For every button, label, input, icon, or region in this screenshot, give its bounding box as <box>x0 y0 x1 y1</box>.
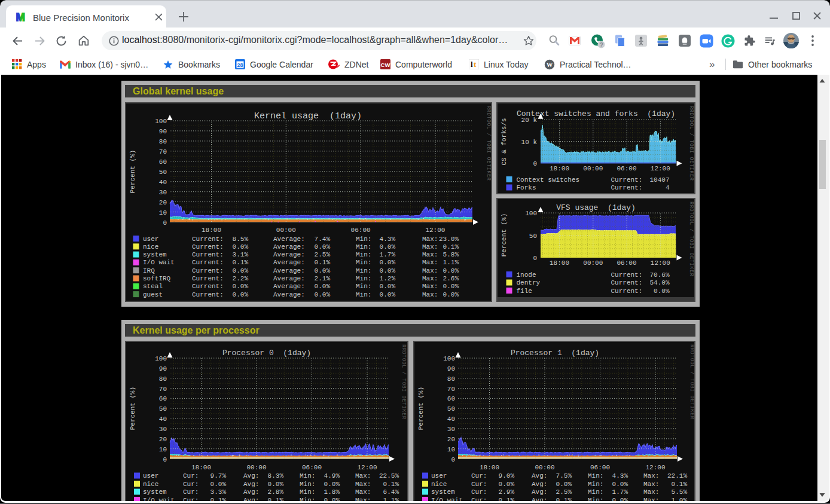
svg-text:Average:: Average: <box>273 267 305 274</box>
svg-text:Max:: Max: <box>355 472 371 479</box>
svg-text:user: user <box>143 472 158 479</box>
svg-text:0: 0 <box>533 254 537 261</box>
svg-text:system: system <box>143 488 167 496</box>
svg-text:2.1%: 2.1% <box>315 275 331 282</box>
svg-text:Avg:: Avg: <box>243 480 259 487</box>
svg-text:00:00: 00:00 <box>276 227 296 234</box>
svg-text:user: user <box>143 235 158 242</box>
svg-text:Max:: Max: <box>422 251 438 258</box>
svg-text:0.0%: 0.0% <box>556 480 572 487</box>
svg-text:0.0%: 0.0% <box>315 291 331 298</box>
svg-text:Max:: Max: <box>355 488 371 496</box>
svg-text:Cur:: Cur: <box>183 488 199 496</box>
svg-text:system: system <box>143 251 167 258</box>
svg-text:0.0%: 0.0% <box>654 287 670 294</box>
svg-text:60: 60 <box>159 158 167 165</box>
svg-text:18:00: 18:00 <box>480 463 499 471</box>
svg-text:70: 70 <box>447 385 455 392</box>
svg-text:50: 50 <box>159 405 167 413</box>
svg-text:0.0%: 0.0% <box>315 283 331 290</box>
svg-text:54.0%: 54.0% <box>649 279 669 286</box>
svg-text:Current:: Current: <box>192 291 224 298</box>
svg-text:22.1%: 22.1% <box>667 472 687 479</box>
svg-text:Min:: Min: <box>588 488 603 496</box>
svg-text:Processor 1 (1day): Processor 1 (1day) <box>511 349 599 358</box>
svg-text:8.3%: 8.3% <box>268 472 284 479</box>
svg-text:00:00: 00:00 <box>535 463 554 471</box>
svg-text:2.6%: 2.6% <box>443 275 459 282</box>
svg-text:1.2%: 1.2% <box>380 275 396 282</box>
svg-text:Max:: Max: <box>355 480 371 487</box>
svg-text:Min:: Min: <box>356 275 371 282</box>
svg-text:5.8%: 5.8% <box>443 251 459 258</box>
svg-text:0.1%: 0.1% <box>315 259 331 266</box>
svg-text:0.0%: 0.0% <box>612 480 628 487</box>
svg-text:nice: nice <box>143 480 158 487</box>
svg-text:12:00: 12:00 <box>425 227 445 234</box>
svg-text:12:00: 12:00 <box>650 259 670 267</box>
svg-text:40: 40 <box>447 416 455 423</box>
svg-text:1.1%: 1.1% <box>443 259 459 266</box>
svg-text:system: system <box>431 488 455 496</box>
svg-text:Percent (%): Percent (%) <box>129 149 136 193</box>
svg-text:23.0%: 23.0% <box>439 235 459 242</box>
svg-text:0.0%: 0.0% <box>233 291 249 298</box>
svg-text:Avg:: Avg: <box>243 472 259 479</box>
svg-text:Min:: Min: <box>300 480 315 487</box>
svg-text:2.5%: 2.5% <box>556 488 572 496</box>
svg-text:0.0%: 0.0% <box>233 267 249 274</box>
svg-text:Average:: Average: <box>273 235 305 242</box>
svg-text:0.0%: 0.0% <box>233 283 249 290</box>
svg-text:0.0%: 0.0% <box>233 243 249 250</box>
svg-text:3.1%: 3.1% <box>233 251 249 258</box>
svg-text:Max:: Max: <box>422 267 438 274</box>
svg-text:Min:: Min: <box>356 283 371 290</box>
svg-text:l: l <box>471 60 473 69</box>
svg-text:40: 40 <box>159 416 167 423</box>
svg-text:Current:: Current: <box>192 275 224 282</box>
svg-text:6.4%: 6.4% <box>383 488 399 496</box>
svg-text:Current:: Current: <box>192 235 224 242</box>
svg-text:?: ? <box>599 41 603 48</box>
svg-text:Min:: Min: <box>588 480 603 487</box>
svg-text:18:00: 18:00 <box>549 259 569 267</box>
svg-text:12:00: 12:00 <box>645 463 665 471</box>
svg-text:12:00: 12:00 <box>650 164 670 172</box>
svg-text:Max:: Max: <box>643 472 659 479</box>
svg-text:user: user <box>431 472 447 479</box>
svg-text:30: 30 <box>159 188 167 196</box>
svg-text:70: 70 <box>159 385 167 392</box>
svg-text:0.0%: 0.0% <box>210 480 227 487</box>
svg-text:Avg:: Avg: <box>243 488 259 496</box>
svg-text:Max:: Max: <box>422 291 438 298</box>
svg-text:Current:: Current: <box>192 267 224 274</box>
svg-text:Min:: Min: <box>356 267 371 274</box>
svg-text:00:00: 00:00 <box>583 164 603 172</box>
svg-text:0.0%: 0.0% <box>315 243 331 250</box>
svg-text:06:00: 06:00 <box>617 259 636 267</box>
svg-text:Average:: Average: <box>273 275 305 282</box>
svg-text:7.5%: 7.5% <box>556 472 572 479</box>
svg-text:18:00: 18:00 <box>202 227 221 234</box>
svg-text:steal: steal <box>143 283 163 290</box>
svg-text:Current:: Current: <box>611 287 642 294</box>
svg-text:00:00: 00:00 <box>246 463 266 471</box>
svg-text:0.0%: 0.0% <box>443 267 459 274</box>
svg-text:W: W <box>547 61 553 68</box>
svg-text:RRDTOOL / TOBI OETIKER: RRDTOOL / TOBI OETIKER <box>401 344 407 419</box>
svg-text:50: 50 <box>529 232 536 239</box>
svg-text:0.0%: 0.0% <box>380 243 396 250</box>
svg-text:20 k: 20 k <box>521 116 537 123</box>
svg-text:Max:: Max: <box>422 235 438 242</box>
svg-text:80: 80 <box>159 138 167 145</box>
svg-text:0.0%: 0.0% <box>324 480 340 487</box>
svg-text:10: 10 <box>447 445 455 453</box>
svg-text:Min:: Min: <box>356 251 371 258</box>
svg-text:50: 50 <box>447 405 455 413</box>
svg-text:RRDTOOL / TOBI OETIKER: RRDTOOL / TOBI OETIKER <box>486 106 492 181</box>
svg-text:18:00: 18:00 <box>191 463 211 471</box>
svg-text:Current:: Current: <box>192 243 224 250</box>
svg-text:2.8%: 2.8% <box>268 488 284 496</box>
svg-text:Current:: Current: <box>611 184 642 191</box>
svg-text:Average:: Average: <box>273 283 305 290</box>
